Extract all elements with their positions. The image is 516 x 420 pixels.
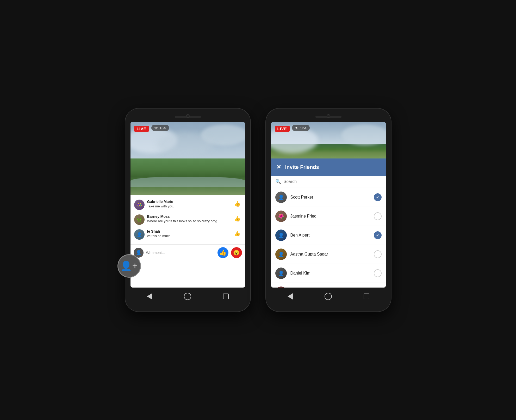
live-badge-right: LIVE	[275, 126, 290, 132]
screen-right: LIVE 👁 134 ✕ Invite Friends 🔍 👤	[271, 122, 386, 288]
comment-name-barney: Barney Moss	[147, 214, 230, 219]
avatar-daniel: 👤	[275, 268, 287, 279]
friend-name-aastha: Aastha Gupta Sagar	[290, 252, 370, 257]
like-btn-gabrielle[interactable]: 👍	[233, 200, 241, 208]
search-icon: 🔍	[275, 179, 281, 184]
video-area-right: LIVE 👁 134	[271, 122, 386, 158]
camera-right	[327, 114, 330, 118]
comment-text-barney: Where are you?! this looks so so so craz…	[147, 219, 230, 223]
comment-input-area: 👤 👍 😮	[130, 244, 245, 261]
like-btn-shah[interactable]: 👍	[233, 229, 241, 238]
check-ben[interactable]: ✓	[374, 231, 382, 239]
comment-content-gabrielle: Gabrielle Marie Take me with you.	[147, 200, 230, 208]
comment-content-barney: Barney Moss Where are you?! this looks s…	[147, 214, 230, 223]
avatar-aastha: 👤	[275, 249, 287, 260]
phone-2: LIVE 👁 134 ✕ Invite Friends 🔍 👤	[266, 109, 391, 311]
friend-name-jasmine: Jasmine Friedl	[290, 214, 370, 219]
friend-list: 👤 Scott Perket ✓ 🌺 Jasmine Friedl 👤 Ben …	[271, 188, 386, 288]
viewer-count-right: 👁 134	[292, 125, 310, 131]
check-daniel[interactable]	[374, 269, 382, 277]
avatar-jasmine: 🌺	[275, 211, 287, 222]
comments-area: 👫 Gabrielle Marie Take me with you. 👍 🌿 …	[130, 195, 245, 244]
nav-square-right[interactable]	[362, 292, 371, 301]
add-friend-icon: 👤+	[120, 260, 138, 271]
viewer-number-right: 134	[300, 126, 307, 130]
thumbs-up-action-btn[interactable]: 👍	[217, 247, 228, 258]
close-invite-btn[interactable]: ✕	[276, 164, 281, 170]
back-arrow-icon-left	[147, 293, 152, 300]
friend-name-ben: Ben Alpert	[290, 233, 370, 238]
scene: LIVE 👁 134 👫 Gabrielle Marie Take me wit…	[115, 98, 401, 322]
nav-back-left[interactable]	[145, 292, 154, 301]
comment-text-gabrielle: Take me with you.	[147, 204, 230, 208]
friend-item-daniel[interactable]: 👤 Daniel Kim	[271, 264, 386, 283]
comment-barney: 🌿 Barney Moss Where are you?! this looks…	[134, 212, 241, 227]
screen-left: LIVE 👁 134 👫 Gabrielle Marie Take me wit…	[130, 122, 245, 288]
search-bar: 🔍	[271, 176, 386, 188]
bottom-nav-right	[271, 288, 386, 302]
friend-item-scott[interactable]: 👤 Scott Perket ✓	[271, 188, 386, 207]
nav-square-left[interactable]	[222, 292, 230, 301]
comment-name-shah: le Shah	[147, 229, 230, 233]
comment-shah: 👤 le Shah ve this so much 👍	[134, 227, 241, 242]
friend-name-scott: Scott Perket	[290, 195, 370, 200]
eye-icon-right: 👁	[295, 126, 299, 130]
check-aastha[interactable]	[374, 250, 382, 258]
bottom-nav-left	[130, 288, 245, 302]
live-badge-left: LIVE	[134, 126, 149, 132]
check-jasmine[interactable]	[374, 212, 382, 220]
square-icon-right	[364, 294, 369, 299]
avatar-ben: 👤	[275, 230, 287, 241]
comment-content-shah: le Shah ve this so much	[147, 229, 230, 238]
camera-left	[186, 114, 190, 118]
home-circle-icon-right	[325, 293, 332, 300]
react-btn[interactable]: 😮	[231, 247, 242, 258]
friend-name-daniel: Daniel Kim	[290, 271, 370, 276]
square-icon-left	[223, 294, 229, 299]
friend-item-jasmine[interactable]: 🌺 Jasmine Friedl	[271, 207, 386, 226]
viewer-count-left: 👁 134	[151, 125, 169, 131]
comment-gabrielle: 👫 Gabrielle Marie Take me with you. 👍	[134, 198, 241, 212]
nav-home-right[interactable]	[324, 292, 332, 301]
avatar-scott: 👤	[275, 192, 287, 203]
nav-back-right[interactable]	[286, 292, 294, 301]
comment-name-gabrielle: Gabrielle Marie	[147, 200, 230, 204]
home-circle-icon-left	[184, 293, 191, 300]
search-input[interactable]	[284, 179, 382, 184]
friend-item-jeremy[interactable]: 📗 Jeremy Friedland	[271, 283, 386, 288]
video-area-left: LIVE 👁 134	[130, 122, 245, 195]
nav-home-left[interactable]	[183, 292, 192, 301]
friend-item-aastha[interactable]: 👤 Aastha Gupta Sagar	[271, 245, 386, 264]
viewer-number-left: 134	[159, 126, 166, 130]
invite-header: ✕ Invite Friends	[271, 158, 386, 176]
check-scott[interactable]: ✓	[374, 193, 382, 201]
avatar-gabrielle: 👫	[134, 200, 145, 210]
comment-text-shah: ve this so much	[147, 234, 230, 238]
cloud-right-2	[341, 125, 386, 145]
like-btn-barney[interactable]: 👍	[233, 214, 241, 223]
add-friend-floating-btn[interactable]: 👤+	[117, 254, 141, 278]
avatar-barney: 🌿	[134, 214, 145, 225]
phone-1: LIVE 👁 134 👫 Gabrielle Marie Take me wit…	[125, 109, 250, 311]
invite-title: Invite Friends	[285, 164, 319, 170]
cloud-3	[157, 132, 214, 156]
eye-icon-left: 👁	[154, 126, 158, 130]
back-arrow-icon-right	[288, 293, 293, 300]
video-coast	[130, 177, 245, 187]
comment-input-left[interactable]	[146, 250, 215, 256]
friend-item-ben[interactable]: 👤 Ben Alpert ✓	[271, 226, 386, 245]
avatar-shah: 👤	[134, 229, 145, 240]
